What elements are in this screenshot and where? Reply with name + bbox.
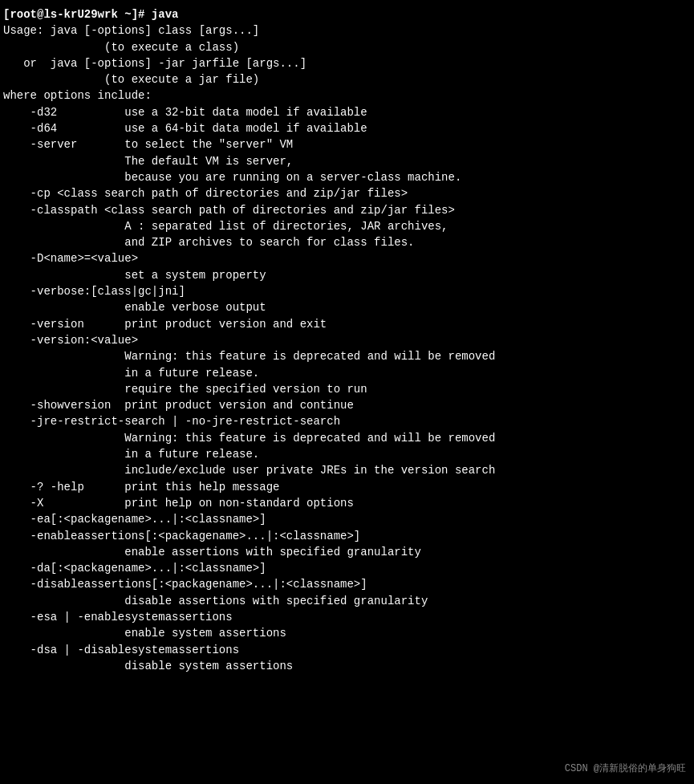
terminal-line: Warning: this feature is deprecated and … (3, 430, 688, 446)
terminal-line: -d64 use a 64-bit data model if availabl… (3, 120, 688, 136)
terminal-line: -jre-restrict-search | -no-jre-restrict-… (3, 413, 688, 429)
terminal-line: -da[:<packagename>...|:<classname>] (3, 560, 688, 576)
terminal-line: -verbose:[class|gc|jni] (3, 283, 688, 299)
terminal-output: [root@ls-krU29wrk ~]# javaUsage: java [-… (3, 6, 688, 674)
terminal-line: enable verbose output (3, 299, 688, 315)
terminal-line: disable assertions with specified granul… (3, 593, 688, 609)
terminal-line: enable system assertions (3, 625, 688, 641)
terminal-line: -classpath <class search path of directo… (3, 202, 688, 218)
terminal-line: -enableassertions[:<packagename>...|:<cl… (3, 528, 688, 544)
terminal-line: -dsa | -disablesystemassertions (3, 642, 688, 658)
terminal-line: -D<name>=<value> (3, 250, 688, 266)
terminal-line: -version print product version and exit (3, 316, 688, 332)
terminal-line: -esa | -enablesystemassertions (3, 609, 688, 625)
terminal-line: disable system assertions (3, 658, 688, 674)
terminal-line: set a system property (3, 267, 688, 283)
terminal-line: -X print help on non-standard options (3, 495, 688, 511)
terminal-window: [root@ls-krU29wrk ~]# javaUsage: java [-… (0, 0, 694, 784)
terminal-line: -ea[:<packagename>...|:<classname>] (3, 511, 688, 527)
terminal-line: (to execute a jar file) (3, 71, 688, 87)
terminal-line: -? -help print this help message (3, 479, 688, 495)
terminal-line: where options include: (3, 87, 688, 104)
terminal-line: and ZIP archives to search for class fil… (3, 234, 688, 250)
terminal-line: -server to select the "server" VM (3, 136, 688, 152)
terminal-line: (to execute a class) (3, 39, 688, 55)
terminal-line: in a future release. (3, 365, 688, 381)
terminal-line: -d32 use a 32-bit data model if availabl… (3, 104, 688, 120)
terminal-line: include/exclude user private JREs in the… (3, 462, 688, 478)
terminal-line: in a future release. (3, 446, 688, 462)
terminal-line: -cp <class search path of directories an… (3, 185, 688, 201)
terminal-line: The default VM is server, (3, 153, 688, 169)
terminal-line: or java [-options] -jar jarfile [args...… (3, 55, 688, 71)
watermark: CSDN @清新脱俗的单身狗旺 (565, 762, 686, 776)
terminal-line: enable assertions with specified granula… (3, 544, 688, 560)
terminal-line: because you are running on a server-clas… (3, 169, 688, 185)
terminal-line: -showversion print product version and c… (3, 397, 688, 413)
terminal-line: -version:<value> (3, 332, 688, 348)
terminal-line: Usage: java [-options] class [args...] (3, 22, 688, 39)
terminal-line: -disableassertions[:<packagename>...|:<c… (3, 576, 688, 592)
terminal-line: [root@ls-krU29wrk ~]# java (3, 6, 688, 22)
terminal-line: require the specified version to run (3, 381, 688, 397)
terminal-line: A : separated list of directories, JAR a… (3, 218, 688, 234)
terminal-line: Warning: this feature is deprecated and … (3, 348, 688, 364)
